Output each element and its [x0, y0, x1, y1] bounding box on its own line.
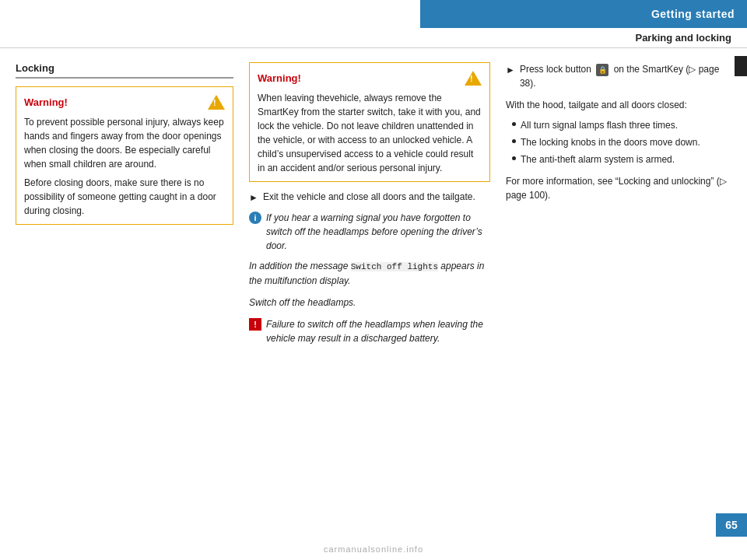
middle-code-intro: In addition the message: [249, 261, 351, 271]
left-column: Locking Warning! To prevent possible per…: [16, 62, 233, 521]
more-info: For more information, see “Locking and u…: [506, 174, 731, 202]
bullet-item-1: All turn signal lamps flash three times.: [512, 118, 731, 132]
info-icon: i: [249, 212, 261, 224]
middle-switch-off: Switch off the headlamps.: [249, 296, 490, 310]
middle-info-text: If you hear a warning signal you have fo…: [266, 211, 490, 253]
right-action-arrow: ►: [506, 63, 515, 77]
subheader-title: Parking and locking: [635, 32, 731, 44]
middle-warning-label: Warning!: [258, 72, 301, 84]
middle-info-block: i If you hear a warning signal you have …: [249, 211, 490, 253]
middle-code-text: Switch off lights: [351, 262, 438, 271]
caution-icon: !: [249, 318, 261, 331]
right-bullet-list: All turn signal lamps flash three times.…: [512, 118, 731, 166]
middle-warning-header: Warning!: [258, 69, 482, 86]
right-action-1: ► Press lock button 🔒 on the SmartKey (▷…: [506, 62, 731, 90]
lock-key-icon: 🔒: [596, 64, 608, 76]
header-title: Getting started: [651, 8, 735, 20]
header-bar: Getting started: [420, 0, 747, 28]
bullet-dot-2: [512, 139, 516, 143]
middle-action-arrow: ►: [249, 191, 258, 205]
right-column: ► Press lock button 🔒 on the SmartKey (▷…: [506, 62, 731, 521]
bullet-text-3: The anti-theft alarm system is armed.: [521, 152, 675, 166]
middle-warning-body: When leaving thevehicle, always remove t…: [258, 91, 482, 175]
left-warning-box: Warning! To prevent possible personal in…: [16, 86, 233, 225]
bullet-item-2: The locking knobs in the doors move down…: [512, 135, 731, 149]
bullet-text-1: All turn signal lamps flash three times.: [521, 118, 678, 132]
left-warning-body-1: To prevent possible personal injury, alw…: [24, 115, 225, 171]
middle-code-block: In addition the message Switch off light…: [249, 259, 490, 288]
right-action-1-text: Press lock button 🔒 on the SmartKey (▷ p…: [520, 62, 731, 90]
bullet-text-2: The locking knobs in the doors move down…: [521, 135, 700, 149]
left-warning-icon: [208, 93, 225, 110]
middle-triangle-icon: [465, 71, 482, 86]
middle-warning-text: When leaving thevehicle, always remove t…: [258, 91, 482, 175]
middle-action-1-text: Exit the vehicle and close all doors and…: [263, 190, 475, 204]
section-heading: Locking: [16, 62, 233, 79]
watermark: carmanualsonline.info: [324, 544, 423, 554]
middle-warning-icon: [465, 69, 482, 86]
bullet-dot-3: [512, 156, 516, 160]
caution-block: ! Failure to switch off the headlamps wh…: [249, 317, 490, 345]
caution-text: Failure to switch off the headlamps when…: [266, 317, 490, 345]
left-warning-text: To prevent possible personal injury, alw…: [24, 115, 225, 218]
middle-warning-box: Warning! When leaving thevehicle, always…: [249, 62, 490, 182]
left-triangle-icon: [208, 95, 225, 110]
left-warning-body-2: Before closing doors, make sure there is…: [24, 176, 225, 218]
content-area: Locking Warning! To prevent possible per…: [0, 54, 747, 521]
bullet-dot-1: [512, 122, 516, 126]
bullet-item-3: The anti-theft alarm system is armed.: [512, 152, 731, 166]
middle-action-1: ► Exit the vehicle and close all doors a…: [249, 190, 490, 205]
left-warning-label: Warning!: [24, 96, 68, 108]
right-subtext: With the hood, tailgate and all doors cl…: [506, 98, 731, 112]
middle-column: Warning! When leaving thevehicle, always…: [249, 62, 490, 521]
subheader-bar: Parking and locking: [0, 28, 747, 48]
left-warning-header: Warning!: [24, 93, 225, 110]
